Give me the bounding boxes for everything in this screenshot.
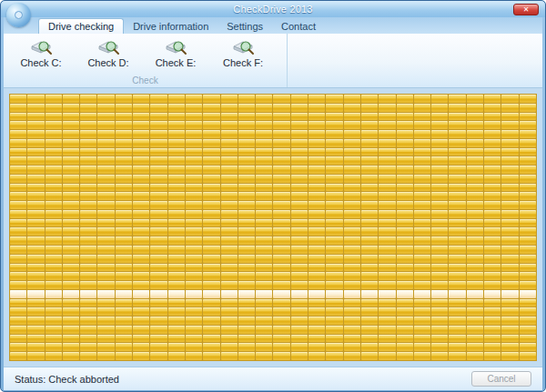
disk-block — [467, 272, 483, 280]
disk-block — [308, 352, 325, 360]
disk-block — [238, 175, 255, 183]
disk-block — [116, 255, 132, 263]
disk-block — [203, 281, 219, 289]
disk-block — [291, 335, 308, 343]
disk-block — [291, 219, 308, 227]
disk-block — [168, 175, 185, 183]
disk-block — [168, 130, 185, 138]
main-area — [4, 88, 542, 367]
disk-block — [291, 317, 308, 325]
disk-block — [414, 307, 430, 316]
disk-block — [256, 227, 272, 236]
disk-block — [379, 326, 395, 334]
disk-block — [238, 255, 255, 263]
disk-block — [520, 227, 536, 236]
disk-block — [186, 343, 202, 351]
disk-block — [484, 326, 500, 334]
disk-block — [501, 299, 518, 307]
disk-block-active — [63, 290, 79, 298]
disk-block — [449, 335, 465, 343]
disk-block — [273, 192, 289, 200]
disk-block — [116, 184, 132, 192]
disk-block — [501, 166, 518, 174]
cancel-button[interactable]: Cancel — [471, 371, 531, 387]
disk-block — [27, 264, 44, 272]
disk-block — [326, 148, 342, 156]
check-d-button[interactable]: Check D: — [75, 36, 142, 69]
disk-block — [520, 148, 536, 156]
disk-block — [431, 352, 448, 360]
disk-block — [326, 184, 342, 192]
disk-block — [326, 130, 342, 138]
disk-block — [168, 227, 185, 236]
tab-drive-checking[interactable]: Drive checking — [38, 18, 124, 34]
disk-block — [97, 307, 114, 316]
disk-block — [344, 184, 360, 192]
disk-block — [63, 104, 79, 112]
disk-block — [80, 219, 96, 227]
disk-block — [46, 184, 62, 192]
disk-block — [238, 104, 255, 112]
check-c-button[interactable]: Check C: — [7, 36, 75, 69]
disk-block — [203, 184, 219, 192]
disk-block — [256, 317, 272, 325]
disk-block — [431, 255, 448, 263]
disk-block — [80, 210, 96, 218]
disk-block — [238, 148, 255, 156]
disk-block — [80, 264, 96, 272]
disk-block — [46, 307, 62, 316]
disk-block — [46, 104, 62, 112]
disk-block — [501, 95, 518, 103]
disk-block — [431, 130, 448, 138]
disk-block — [484, 299, 500, 307]
disk-block — [431, 95, 448, 103]
disk-block — [308, 113, 325, 121]
disk-block — [133, 192, 149, 200]
disk-block — [379, 246, 395, 254]
disk-block — [203, 121, 219, 129]
disk-block — [168, 210, 185, 218]
disk-block — [221, 166, 238, 174]
disk-block — [10, 281, 26, 289]
disk-block — [133, 184, 149, 192]
disk-block — [116, 175, 132, 183]
disk-block — [186, 326, 202, 334]
tab-drive-information[interactable]: Drive information — [124, 19, 217, 34]
disk-block — [449, 343, 465, 351]
disk-block — [46, 317, 62, 325]
disk-block — [221, 236, 238, 245]
disk-block — [186, 236, 202, 245]
disk-block — [63, 95, 79, 103]
disk-block — [273, 175, 289, 183]
disk-block — [97, 299, 114, 307]
tab-settings[interactable]: Settings — [217, 19, 272, 34]
disk-block — [431, 113, 448, 121]
disk-block — [46, 281, 62, 289]
disk-block — [431, 175, 448, 183]
disk-block — [168, 317, 185, 325]
tab-contact[interactable]: Contact — [272, 19, 325, 34]
disk-block — [431, 139, 448, 147]
disk-block — [344, 139, 360, 147]
close-button[interactable]: ✕ — [513, 4, 539, 15]
disk-block — [238, 307, 255, 316]
disk-block — [501, 139, 518, 147]
disk-block — [10, 335, 26, 343]
disk-block-active — [10, 290, 26, 298]
disk-block — [46, 264, 62, 272]
disk-block — [256, 148, 272, 156]
disk-block — [133, 130, 149, 138]
disk-block — [379, 335, 395, 343]
check-e-button[interactable]: Check E: — [142, 36, 209, 69]
disk-block — [203, 130, 219, 138]
disk-block — [344, 192, 360, 200]
disk-block — [63, 219, 79, 227]
disk-block — [501, 192, 518, 200]
disk-block — [150, 201, 167, 209]
disk-block — [97, 335, 114, 343]
disk-block — [116, 299, 132, 307]
disk-block — [326, 307, 342, 316]
disk-block — [150, 148, 167, 156]
disk-block — [326, 201, 342, 209]
check-f-button[interactable]: Check F: — [209, 36, 277, 69]
